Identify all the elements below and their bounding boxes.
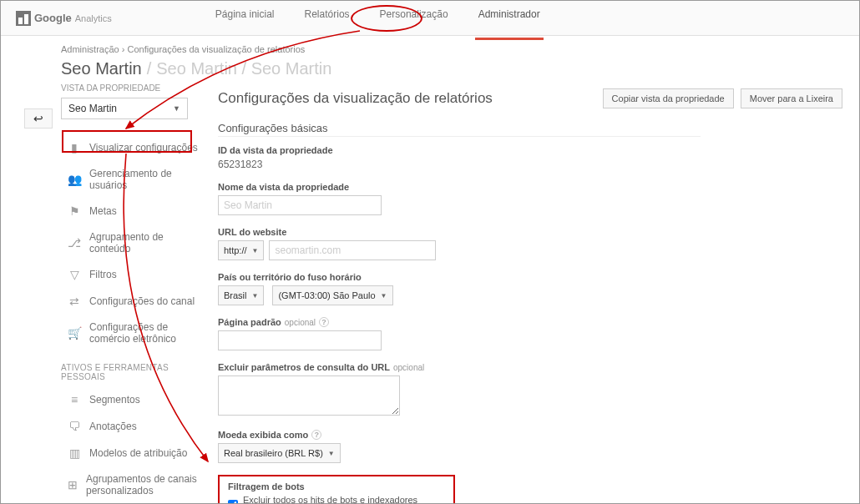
sidebar-item-label: Metas (89, 205, 117, 217)
funnel-icon: ▽ (68, 268, 81, 281)
currency-label: Moeda exibida como ? (218, 430, 842, 440)
help-icon[interactable]: ? (311, 430, 321, 440)
bot-filtering-checkbox-label: Excluir todos os hits de bots e indexado… (243, 495, 445, 504)
group-icon: ⊞ (68, 478, 78, 491)
sidebar: VISTA DA PROPRIEDADE Seo Martin ▼ ▮ Visu… (61, 83, 208, 504)
logo-product: Analytics (75, 13, 112, 23)
page-title: Configurações da visualização de relatór… (218, 90, 493, 107)
sidebar-item-view-settings[interactable]: ▮ Visualizar configurações (61, 134, 208, 161)
users-icon: 👥 (68, 173, 81, 186)
sidebar-item-label: Agrupamento de conteúdo (89, 231, 201, 255)
sidebar-item-user-mgmt[interactable]: 👥 Gerenciamento de usuários (61, 161, 208, 198)
tree-icon: ⎇ (68, 236, 81, 249)
website-url-label: URL do website (218, 227, 842, 237)
caret-down-icon: ▼ (252, 247, 259, 255)
sidebar-item-filters[interactable]: ▽ Filtros (61, 261, 208, 288)
view-selector-value: Seo Martin (68, 103, 117, 114)
exclude-params-input[interactable] (218, 375, 400, 416)
caret-down-icon: ▼ (328, 450, 335, 457)
sidebar-item-content-grouping[interactable]: ⎇ Agrupamento de conteúdo (61, 224, 208, 261)
sidebar-item-label: Modelos de atribuição (89, 447, 187, 459)
list-icon: ≡ (68, 393, 81, 406)
sidebar-item-attribution[interactable]: ▥ Modelos de atribuição (61, 440, 208, 466)
title-bar: Seo Martin / Seo Martin / Seo Martin (61, 58, 859, 83)
default-page-input[interactable] (218, 330, 382, 350)
currency-select[interactable]: Real brasileiro (BRL R$) ▼ (218, 443, 341, 463)
sidebar-item-goals[interactable]: ⚑ Metas (61, 198, 208, 224)
timezone-country-select[interactable]: Brasil ▼ (218, 285, 264, 305)
sidebar-item-channel-groupings[interactable]: ⊞ Agrupamentos de canais personalizados (61, 466, 208, 503)
sidebar-item-label: Configurações de comércio eletrônico (89, 321, 201, 345)
nav-reports[interactable]: Relatórios (301, 8, 353, 28)
caret-down-icon: ▼ (252, 292, 259, 300)
url-scheme-select[interactable]: http:// ▼ (218, 240, 264, 260)
logo-brand: Google (34, 12, 72, 24)
view-name-input[interactable] (218, 195, 382, 215)
channel-icon: ⇄ (68, 295, 81, 308)
logo: Google Analytics (16, 11, 112, 26)
view-id-label: ID da vista da propriedade (218, 145, 842, 155)
analytics-logo-icon (16, 11, 31, 26)
sidebar-item-label: Agrupamentos de canais personalizados (86, 473, 201, 496)
basic-settings-heading: Configurações básicas (218, 117, 701, 137)
cart-icon: 🛒 (68, 326, 81, 340)
exclude-params-label: Excluir parâmetros de consulta do URL op… (218, 362, 842, 372)
bot-filtering-checkbox[interactable] (228, 500, 238, 504)
sidebar-item-channel-settings[interactable]: ⇄ Configurações do canal (61, 288, 208, 315)
breadcrumb-current: Configurações da visualização de relatór… (128, 44, 306, 54)
nav-home[interactable]: Página inicial (212, 8, 278, 28)
sidebar-item-label: Configurações do canal (89, 295, 195, 307)
account-path: Seo Martin / Seo Martin (156, 59, 331, 78)
account-title: Seo Martin (61, 59, 142, 78)
top-nav: Página inicial Relatórios Personalização… (212, 8, 544, 28)
note-icon: 🗨 (68, 420, 81, 433)
view-label: VISTA DA PROPRIEDADE (61, 83, 208, 98)
sidebar-item-label: Segmentos (89, 394, 140, 406)
bot-filtering-label: Filtragem de bots (228, 481, 445, 491)
sidebar-item-label: Gerenciamento de usuários (89, 168, 201, 191)
main-panel: Configurações da visualização de relatór… (208, 83, 842, 504)
view-id-value: 65231823 (218, 159, 842, 170)
breadcrumb-admin[interactable]: Administração (61, 44, 119, 54)
breadcrumb: Administração › Configurações da visuali… (61, 36, 859, 58)
move-to-trash-button[interactable]: Mover para a Lixeira (741, 88, 842, 108)
page-icon: ▮ (68, 141, 81, 154)
back-button[interactable]: ↩ (24, 108, 53, 129)
sidebar-section-personal: ATIVOS E FERRAMENTAS PESSOAIS (61, 351, 208, 386)
website-url-input[interactable] (269, 240, 436, 260)
view-selector[interactable]: Seo Martin ▼ (61, 98, 188, 119)
caret-down-icon: ▼ (381, 292, 387, 300)
nav-admin[interactable]: Administrador (475, 8, 544, 28)
bot-filtering-section: Filtragem de bots Excluir todos os hits … (218, 475, 455, 504)
caret-down-icon: ▼ (173, 104, 180, 113)
default-page-label: Página padrão opcional ? (218, 317, 842, 327)
nav-customization[interactable]: Personalização (377, 8, 452, 28)
sidebar-item-annotations[interactable]: 🗨 Anotações (61, 413, 208, 440)
bars-icon: ▥ (68, 446, 81, 460)
bot-filtering-checkbox-row[interactable]: Excluir todos os hits de bots e indexado… (228, 495, 445, 504)
sidebar-item-label: Anotações (89, 421, 137, 432)
top-bar: Google Analytics Página inicial Relatóri… (1, 1, 859, 36)
sidebar-item-label: Filtros (89, 269, 117, 280)
help-icon[interactable]: ? (319, 317, 329, 327)
timezone-label: País ou território do fuso horário (218, 272, 842, 282)
sidebar-item-ecommerce[interactable]: 🛒 Configurações de comércio eletrônico (61, 315, 208, 351)
view-name-label: Nome da vista da propriedade (218, 182, 842, 192)
copy-view-button[interactable]: Copiar vista da propriedade (603, 88, 734, 108)
flag-icon: ⚑ (68, 204, 81, 218)
account-path-sep: / (147, 59, 152, 78)
sidebar-item-segments[interactable]: ≡ Segmentos (61, 386, 208, 413)
sidebar-item-label: Visualizar configurações (89, 142, 198, 154)
timezone-offset-select[interactable]: (GMT-03:00) São Paulo ▼ (272, 285, 392, 305)
